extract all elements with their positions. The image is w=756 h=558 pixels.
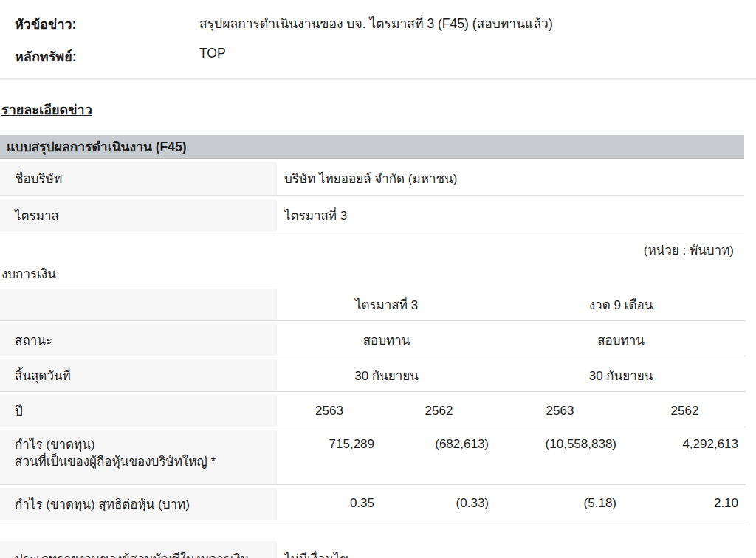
auditor-report-table: ประเภทรายงานของผู้สอบบัญชีในงบการเงิน ไม…: [0, 538, 744, 558]
eps-row: กำไร (ขาดทุน) สุทธิต่อหุ้น (บาท) 0.35 (0…: [0, 488, 746, 520]
end-date-value-quarter3: 30 กันยายน: [277, 359, 496, 392]
eps-9m-current: (5.18): [496, 488, 624, 520]
column-group-quarter3: ไตรมาสที่ 3: [277, 289, 496, 321]
net-profit-label: กำไร (ขาดทุน) ส่วนที่เป็นของผู้ถือหุ้นขอ…: [0, 430, 277, 485]
end-date-row: สิ้นสุดวันที่ 30 กันยายน 30 กันยายน: [0, 359, 746, 392]
eps-label: กำไร (ขาดทุน) สุทธิต่อหุ้น (บาท): [0, 488, 277, 520]
auditor-report-row: ประเภทรายงานของผู้สอบบัญชีในงบการเงิน ไม…: [0, 541, 744, 558]
auditor-report-label: ประเภทรายงานของผู้สอบบัญชีในงบการเงิน: [0, 541, 277, 558]
auditor-report-value: ไม่มีเงื่อนไข: [277, 541, 744, 558]
eps-9m-prior: 2.10: [624, 488, 746, 520]
news-details-link[interactable]: รายละเอียดข่าว: [1, 99, 92, 120]
net-profit-label-line2: ส่วนที่เป็นของผู้ถือหุ้นของบริษัทใหญ่ *: [15, 454, 277, 471]
end-date-value-nine-months: 30 กันยายน: [496, 359, 746, 392]
news-topic-row: หัวข้อข่าว: สรุปผลการดำเนินงานของ บจ. ไต…: [0, 13, 756, 35]
unit-note: (หน่วย : พันบาท): [0, 240, 744, 260]
news-header-section: หัวข้อข่าว: สรุปผลการดำเนินงานของ บจ. ไต…: [0, 0, 756, 80]
year-row: ปี 2563 2562 2563 2562: [0, 395, 746, 427]
eps-q3-current: 0.35: [277, 488, 382, 520]
status-label: สถานะ: [0, 324, 277, 356]
year-q3-current: 2563: [277, 395, 382, 427]
status-value-nine-months: สอบทาน: [496, 324, 746, 356]
year-q3-prior: 2562: [382, 395, 496, 427]
quarter-row: ไตรมาส ไตรมาสที่ 3: [0, 199, 744, 232]
financial-statement-label: งบการเงิน: [1, 264, 756, 283]
company-name-label: ชื่อบริษัท: [0, 162, 277, 196]
net-profit-q3-current: 715,289: [277, 430, 382, 485]
quarter-value: ไตรมาสที่ 3: [277, 199, 744, 232]
f45-section-title: แบบสรุปผลการดำเนินงาน (F45): [0, 135, 744, 159]
net-profit-label-line1: กำไร (ขาดทุน): [15, 437, 277, 454]
company-name-row: ชื่อบริษัท บริษัท ไทยออยล์ จำกัด (มหาชน): [0, 162, 744, 196]
net-profit-9m-prior: 4,292,613: [624, 430, 746, 485]
news-topic-label: หัวข้อข่าว:: [0, 13, 199, 35]
year-9m-current: 2563: [496, 395, 624, 427]
f45-summary-card: แบบสรุปผลการดำเนินงาน (F45) ชื่อบริษัท บ…: [0, 135, 744, 235]
net-profit-9m-current: (10,558,838): [496, 430, 624, 485]
column-group-nine-months: งวด 9 เดือน: [496, 289, 746, 321]
net-profit-q3-prior: (682,613): [382, 430, 496, 485]
period-group-header-spacer: [0, 289, 277, 321]
security-symbol: TOP: [199, 46, 226, 61]
financial-results-table: ไตรมาสที่ 3 งวด 9 เดือน สถานะ สอบทาน สอบ…: [0, 286, 746, 523]
year-label: ปี: [0, 395, 277, 427]
header-divider: [0, 78, 756, 80]
net-profit-row: กำไร (ขาดทุน) ส่วนที่เป็นของผู้ถือหุ้นขอ…: [0, 430, 746, 485]
security-row: หลักทรัพย์: TOP: [0, 46, 756, 67]
period-group-header-row: ไตรมาสที่ 3 งวด 9 เดือน: [0, 289, 746, 321]
news-topic-value: สรุปผลการดำเนินงานของ บจ. ไตรมาสที่ 3 (F…: [199, 13, 553, 34]
quarter-label: ไตรมาส: [0, 199, 277, 232]
eps-q3-prior: (0.33): [382, 488, 496, 520]
company-info-table: ชื่อบริษัท บริษัท ไทยออยล์ จำกัด (มหาชน)…: [0, 159, 744, 235]
security-label: หลักทรัพย์:: [0, 46, 199, 67]
company-name-value: บริษัท ไทยออยล์ จำกัด (มหาชน): [277, 162, 744, 196]
year-9m-prior: 2562: [624, 395, 746, 427]
status-value-quarter3: สอบทาน: [277, 324, 496, 356]
status-row: สถานะ สอบทาน สอบทาน: [0, 324, 746, 356]
end-date-label: สิ้นสุดวันที่: [0, 359, 277, 392]
